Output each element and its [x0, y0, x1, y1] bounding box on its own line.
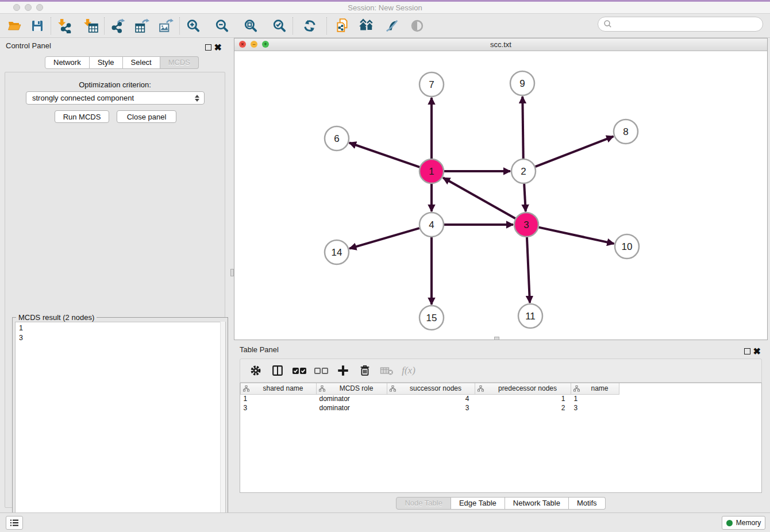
column-header-shared-name[interactable]: shared name — [241, 383, 317, 394]
zoom-out-icon[interactable] — [212, 17, 232, 35]
graph-edges[interactable] — [349, 97, 614, 304]
graph-edge-2-8[interactable] — [536, 136, 614, 167]
left-splitter-grip[interactable] — [230, 269, 234, 276]
close-panel-icon[interactable]: ✖ — [214, 43, 222, 52]
export-table-icon[interactable] — [132, 17, 152, 35]
network-maximize-button[interactable]: + — [262, 41, 269, 48]
graph-node-label: 1 — [429, 166, 434, 177]
tab-motifs[interactable]: Motifs — [569, 497, 606, 510]
table-row[interactable]: 1dominator411 — [241, 394, 619, 403]
graph-node-10[interactable]: 10 — [615, 234, 639, 259]
refresh-icon[interactable] — [300, 17, 319, 35]
graph-node-label: 2 — [521, 166, 526, 177]
graph-node-15[interactable]: 15 — [419, 306, 444, 330]
table-cell[interactable]: 4 — [387, 394, 475, 403]
table-header-row[interactable]: shared nameMCDS rolesuccessor nodesprede… — [241, 383, 619, 394]
graph-edge-3-1[interactable] — [443, 178, 515, 218]
duplicate-network-icon[interactable] — [333, 17, 352, 35]
graph-edge-3-11[interactable] — [527, 237, 530, 303]
network-minimize-button[interactable]: – — [251, 41, 257, 48]
optimization-criterion-select[interactable]: strongly connected component — [26, 91, 205, 105]
network-canvas[interactable]: 1234678910111415 — [234, 51, 767, 340]
import-network-icon[interactable] — [55, 17, 74, 35]
tab-style[interactable]: Style — [90, 56, 123, 69]
delete-column-icon[interactable] — [354, 361, 376, 380]
mcds-result-text[interactable]: 1 3 — [15, 322, 226, 532]
network-close-button[interactable]: × — [239, 41, 246, 48]
zoom-window-button[interactable] — [36, 4, 43, 11]
add-column-icon[interactable] — [332, 361, 354, 380]
float-panel-icon[interactable] — [205, 44, 211, 51]
graph-node-8[interactable]: 8 — [614, 119, 638, 144]
memory-label: Memory — [736, 519, 761, 527]
table-cell[interactable]: 1 — [571, 394, 619, 403]
column-header-predecessor-nodes[interactable]: predecessor nodes — [475, 383, 571, 394]
close-window-button[interactable] — [13, 4, 20, 11]
table-cell[interactable]: 1 — [475, 394, 571, 403]
network-window-titlebar[interactable]: × – + scc.txt — [234, 38, 767, 51]
export-network-icon[interactable] — [108, 17, 128, 35]
table-cell[interactable]: dominator — [317, 394, 387, 403]
import-table-icon[interactable] — [81, 17, 101, 35]
search-input[interactable] — [613, 20, 750, 29]
table-cell[interactable]: dominator — [317, 403, 387, 413]
graph-node-2[interactable]: 2 — [511, 159, 536, 183]
tab-edge-table[interactable]: Edge Table — [451, 497, 505, 510]
column-header-MCDS-role[interactable]: MCDS role — [317, 383, 387, 394]
table-cell[interactable]: 2 — [475, 403, 571, 413]
graph-node-1[interactable]: 1 — [419, 159, 444, 183]
node-table-grid[interactable]: shared nameMCDS rolesuccessor nodesprede… — [240, 383, 619, 413]
table-body[interactable]: 1dominator4113dominator323 — [241, 394, 619, 413]
graph-edge-1-6[interactable] — [349, 143, 419, 167]
task-history-button[interactable] — [6, 516, 23, 530]
graph-node-11[interactable]: 11 — [518, 304, 542, 328]
deselect-all-icon[interactable] — [310, 361, 332, 380]
graph-node-7[interactable]: 7 — [419, 72, 444, 97]
tab-select[interactable]: Select — [123, 56, 160, 69]
zoom-fit-icon[interactable] — [241, 17, 260, 35]
graph-node-14[interactable]: 14 — [325, 240, 349, 264]
graph-edge-3-10[interactable] — [538, 228, 614, 244]
column-header-name[interactable]: name — [571, 383, 619, 394]
save-session-icon[interactable] — [28, 17, 47, 35]
graph-node-3[interactable]: 3 — [514, 213, 538, 237]
graph-node-6[interactable]: 6 — [325, 126, 349, 151]
tab-mcds[interactable]: MCDS — [160, 56, 199, 69]
memory-button[interactable]: Memory — [722, 516, 765, 530]
export-image-icon[interactable] — [156, 17, 176, 35]
graph-edge-2-3[interactable] — [524, 184, 526, 211]
hide-graphics-details-icon[interactable] — [382, 17, 402, 35]
close-panel-button[interactable]: Close panel — [117, 110, 176, 123]
tab-node-table[interactable]: Node Table — [396, 497, 451, 510]
show-graphics-details-icon — [407, 17, 427, 35]
table-close-panel-icon[interactable]: ✖ — [753, 346, 761, 356]
table-float-panel-icon[interactable] — [744, 348, 750, 354]
table-cell[interactable]: 3 — [387, 403, 475, 413]
zoom-in-icon[interactable] — [183, 17, 203, 35]
table-cell[interactable]: 3 — [571, 403, 619, 413]
node-table[interactable]: shared nameMCDS rolesuccessor nodesprede… — [240, 383, 762, 493]
show-column-icon[interactable] — [267, 361, 288, 380]
tab-network-table[interactable]: Network Table — [505, 497, 569, 510]
graph-edge-2-9[interactable] — [522, 97, 523, 159]
graph-node-4[interactable]: 4 — [419, 213, 444, 237]
table-cell[interactable]: 1 — [241, 394, 317, 403]
select-stepper-icon — [194, 94, 201, 103]
table-options-icon[interactable] — [245, 361, 267, 380]
mcds-result-scrollbar[interactable] — [220, 322, 225, 532]
zoom-selected-icon[interactable] — [270, 17, 289, 35]
column-type-icon — [478, 385, 484, 394]
table-row[interactable]: 3dominator323 — [241, 403, 619, 413]
minimize-window-button[interactable] — [25, 4, 32, 11]
graph-edge-4-14[interactable] — [349, 228, 419, 248]
graph-node-9[interactable]: 9 — [510, 71, 534, 95]
bottom-splitter-grip[interactable] — [494, 337, 499, 340]
open-session-icon[interactable] — [5, 17, 24, 35]
select-all-icon[interactable] — [288, 361, 310, 380]
search-field[interactable] — [598, 17, 763, 32]
column-header-successor-nodes[interactable]: successor nodes — [387, 383, 475, 394]
tab-network[interactable]: Network — [45, 56, 90, 69]
table-cell[interactable]: 3 — [241, 403, 317, 413]
run-mcds-button[interactable]: Run MCDS — [55, 110, 109, 123]
home-icon[interactable] — [357, 17, 376, 35]
